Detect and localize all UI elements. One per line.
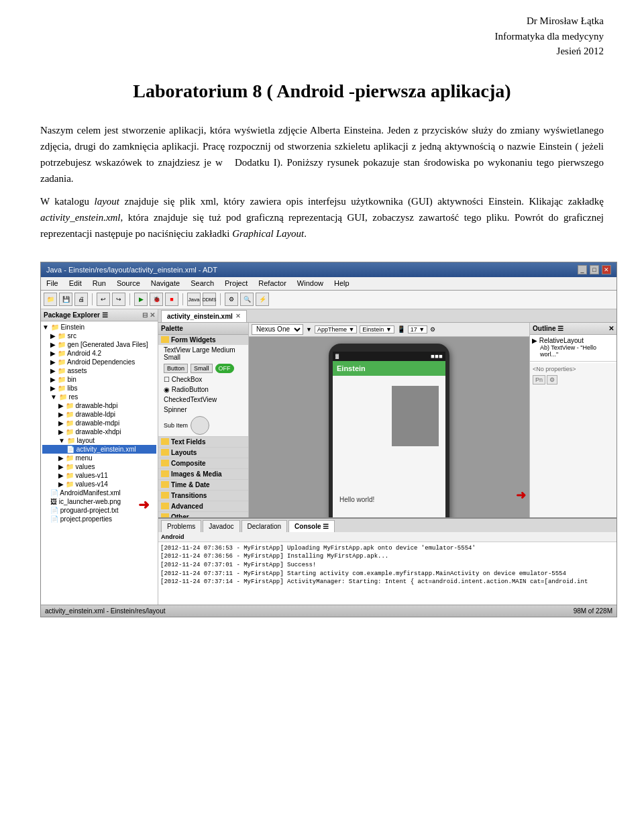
collapse-icon[interactable]: ⊟ [142, 311, 148, 319]
toolbar-btn-4[interactable]: ↩ [97, 293, 110, 306]
close-button[interactable]: ✕ [602, 265, 611, 274]
tree-drawable-mdpi[interactable]: ▶ 📁 drawable-mdpi [42, 419, 156, 427]
prop-btn-2[interactable]: ⚙ [547, 375, 557, 385]
palette-composite-title[interactable]: Composite [158, 458, 248, 468]
palette-radiobutton[interactable]: ◉ RadioButton [158, 385, 248, 395]
status-bar-right: 98M of 228M [574, 607, 612, 615]
tree-layout[interactable]: ▼ 📁 layout [42, 436, 156, 445]
tree-res[interactable]: ▼ 📁 res [42, 393, 156, 401]
toolbar-btn-run[interactable]: ▶ [134, 293, 148, 306]
tree-einstein[interactable]: ▼ 📁 Einstein [42, 323, 156, 331]
properties-toolbar: Pn ⚙ [533, 375, 614, 385]
toolbar-btn-3[interactable]: 🖨 [74, 293, 88, 306]
tree-drawable-ldpi[interactable]: ▶ 📁 drawable-ldpi [42, 410, 156, 419]
config-select[interactable]: Einstein ▼ [360, 325, 394, 334]
tree-android42[interactable]: ▶ 📁 Android 4.2 [42, 349, 156, 358]
tree-assets[interactable]: ▶ 📁 assets [42, 366, 156, 375]
toolbar-btn-stop[interactable]: ■ [165, 293, 178, 306]
toolbar-separator-4 [220, 293, 221, 305]
outline-close[interactable]: ✕ [608, 325, 614, 332]
tree-values-v11[interactable]: ▶ 📁 values-v11 [42, 471, 156, 480]
palette-composite-section: Composite [158, 458, 248, 469]
editor-tab-close[interactable]: ✕ [235, 313, 241, 319]
editor-tab-activity[interactable]: activity_einstein.xml ✕ [161, 310, 247, 322]
tree-project-props[interactable]: 📄 project.properties [42, 515, 156, 523]
bottom-tab-declaration[interactable]: Declaration [241, 520, 288, 532]
console-header: Android [158, 532, 616, 542]
menu-window[interactable]: Window [294, 278, 326, 288]
palette-other-title[interactable]: Other [158, 512, 248, 517]
palette-spinner[interactable]: Spinner [158, 405, 248, 415]
palette-layouts-title[interactable]: Layouts [158, 448, 248, 458]
api-select[interactable]: 17 ▼ [408, 325, 427, 334]
palette-subitem: Sub Item [158, 415, 248, 436]
bottom-tab-problems[interactable]: Problems [161, 520, 201, 532]
header-line1: Dr Mirosław Łątka [527, 15, 604, 26]
close-panel-icon[interactable]: ✕ [150, 311, 155, 319]
outline-relativelayout[interactable]: ▶ RelativeLayout [532, 337, 614, 344]
toolbar-btn-misc2[interactable]: 🔍 [240, 293, 254, 306]
palette-time-icon [161, 481, 169, 488]
menu-run[interactable]: Run [90, 278, 109, 288]
menu-file[interactable]: File [44, 278, 61, 288]
toolbar-btn-2[interactable]: 💾 [59, 293, 72, 306]
menu-help[interactable]: Help [331, 278, 352, 288]
tree-gen[interactable]: ▶ 📁 gen [Generated Java Files] [42, 340, 156, 349]
toolbar-btn-debug[interactable]: 🐞 [150, 293, 163, 306]
bottom-tab-javadoc[interactable]: Javadoc [203, 520, 239, 532]
palette-images-title[interactable]: Images & Media [158, 469, 248, 479]
menu-refactor[interactable]: Refactor [256, 278, 289, 288]
menu-source[interactable]: Source [114, 278, 143, 288]
palette-text-fields-title[interactable]: Text Fields [158, 437, 248, 447]
palette-form-widgets-title[interactable]: Form Widgets [158, 335, 248, 345]
tree-android-dep[interactable]: ▶ 📁 Android Dependencies [42, 358, 156, 366]
hello-world-text: Hello world! [339, 496, 374, 503]
panel-icons[interactable]: ⊟ ✕ [142, 311, 155, 319]
palette-off[interactable]: OFF [215, 364, 234, 373]
menu-search[interactable]: Search [188, 278, 217, 288]
toolbar-btn-misc3[interactable]: ⚡ [256, 293, 269, 306]
toolbar-btn-java[interactable]: Java [187, 293, 201, 306]
outline-textview[interactable]: Ab) TextView - "Hello worl..." [532, 344, 614, 358]
menu-edit[interactable]: Edit [66, 278, 85, 288]
phone-title-bar: Einstein [333, 361, 445, 376]
toolbar-btn-misc1[interactable]: ⚙ [225, 293, 238, 306]
tree-drawable-xhdpi[interactable]: ▶ 📁 drawable-xhdpi [42, 427, 156, 436]
device-select[interactable]: Nexus One [252, 324, 303, 335]
palette-transitions-title[interactable]: Transitions [158, 491, 248, 501]
theme-select[interactable]: AppTheme ▼ [315, 325, 357, 334]
palette-time-title[interactable]: Time & Date [158, 480, 248, 490]
tree-values[interactable]: ▶ 📁 values [42, 462, 156, 471]
toolbar-btn-1[interactable]: 📁 [44, 293, 57, 306]
right-panel: Outline ☰ ✕ ▶ RelativeLayout Ab) TextVie… [529, 323, 616, 517]
tree-drawable-hdpi[interactable]: ▶ 📁 drawable-hdpi [42, 401, 156, 410]
ide-body: Package Explorer ☰ ⊟ ✕ ▼ 📁 Einstein ▶ 📁 … [41, 309, 616, 605]
bottom-tab-console[interactable]: Console ☰ [288, 520, 335, 532]
tree-bin[interactable]: ▶ 📁 bin [42, 375, 156, 384]
title-bar-buttons[interactable]: _ □ ✕ [578, 265, 611, 274]
palette-checkbox[interactable]: ☐ CheckBox [158, 374, 248, 385]
paragraph-2: W katalogu layout znajduje się plik xml,… [40, 193, 604, 242]
toolbar-btn-5[interactable]: ↪ [112, 293, 125, 306]
tree-libs[interactable]: ▶ 📁 libs [42, 384, 156, 393]
palette-spinner-widget[interactable] [191, 416, 209, 435]
menu-navigate[interactable]: Navigate [148, 278, 182, 288]
palette-small[interactable]: Small [191, 364, 213, 373]
palette-textview[interactable]: TextView Large Medium Small [158, 345, 248, 362]
tree-src[interactable]: ▶ 📁 src [42, 331, 156, 340]
tree-activity-xml[interactable]: 📄 activity_einstein.xml [42, 445, 156, 454]
properties-label: <No properties> [533, 366, 614, 372]
palette-button[interactable]: Button [164, 364, 188, 373]
menu-project[interactable]: Project [222, 278, 250, 288]
title-bar-text: Java - Einstein/res/layout/activity_eins… [46, 266, 217, 274]
palette-advanced-title[interactable]: Advanced [158, 501, 248, 511]
tree-menu[interactable]: ▶ 📁 menu [42, 454, 156, 462]
status-bar-left: activity_einstein.xml - Einstein/res/lay… [45, 607, 166, 615]
maximize-button[interactable]: □ [590, 265, 599, 274]
tree-values-v14[interactable]: ▶ 📁 values-v14 [42, 480, 156, 489]
palette-transitions-section: Transitions [158, 491, 248, 501]
toolbar-btn-ddms[interactable]: DDMS [203, 293, 216, 306]
prop-btn-1[interactable]: Pn [533, 375, 545, 385]
minimize-button[interactable]: _ [578, 265, 587, 274]
palette-checkedtextview[interactable]: CheckedTextView [158, 395, 248, 405]
